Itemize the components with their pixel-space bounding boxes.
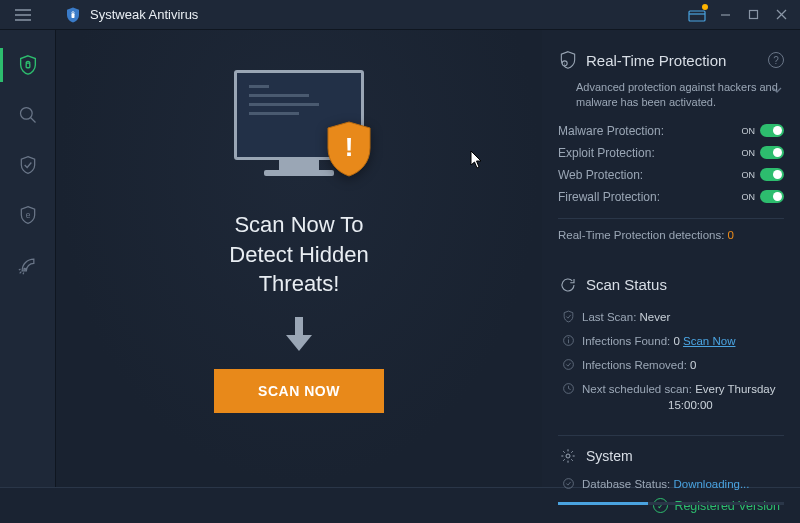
firewall-toggle[interactable] xyxy=(760,190,784,203)
close-button[interactable] xyxy=(770,4,792,26)
svg-point-23 xyxy=(564,360,574,370)
svg-point-26 xyxy=(564,479,574,489)
check-circle-icon xyxy=(562,477,575,490)
real-time-protection-section: i Real-Time Protection ? Advanced protec… xyxy=(558,50,784,241)
shield-info-icon: i xyxy=(558,50,578,70)
rtp-detections: Real-Time Protection detections: 0 xyxy=(558,229,784,241)
scan-illustration: ! xyxy=(229,70,369,190)
svg-text:!: ! xyxy=(345,132,354,162)
sidebar-item-protection[interactable] xyxy=(0,140,56,190)
svg-text:e: e xyxy=(26,210,31,220)
sidebar-item-optimize[interactable] xyxy=(0,240,56,290)
system-title: System xyxy=(586,448,784,464)
registered-version-badge: ✓ Registered Version xyxy=(653,498,780,513)
toggle-row-exploit: Exploit Protection: ON xyxy=(558,142,784,164)
app-logo-icon xyxy=(64,6,82,24)
svg-line-13 xyxy=(31,118,36,123)
svg-point-12 xyxy=(21,108,33,120)
shield-warning-icon: ! xyxy=(324,120,374,178)
download-progress xyxy=(558,502,784,505)
sidebar: e xyxy=(0,30,56,487)
main-content: ! Scan Now To Detect Hidden Threats! SCA… xyxy=(56,30,542,487)
scan-now-link[interactable]: Scan Now xyxy=(683,335,735,347)
right-panel: i Real-Time Protection ? Advanced protec… xyxy=(542,30,800,487)
notification-icon[interactable] xyxy=(686,4,708,26)
svg-point-22 xyxy=(568,337,569,338)
scheduled-time: 15:00:00 xyxy=(558,399,784,411)
minimize-button[interactable] xyxy=(714,4,736,26)
shield-check-icon xyxy=(562,310,575,323)
sidebar-item-scan[interactable] xyxy=(0,90,56,140)
gear-icon xyxy=(558,446,578,466)
svg-point-15 xyxy=(24,268,26,270)
svg-rect-8 xyxy=(749,11,757,19)
clock-icon xyxy=(562,382,575,395)
toggle-row-firewall: Firewall Protection: ON xyxy=(558,186,784,208)
sidebar-item-home[interactable] xyxy=(0,40,56,90)
toggle-row-web: Web Protection: ON xyxy=(558,164,784,186)
svg-rect-17 xyxy=(295,317,303,337)
info-circle-icon xyxy=(562,334,575,347)
rtp-title: Real-Time Protection xyxy=(586,52,760,69)
down-arrow-icon xyxy=(284,317,314,355)
maximize-button[interactable] xyxy=(742,4,764,26)
titlebar: Systweak Antivirus xyxy=(0,0,800,30)
malware-toggle[interactable] xyxy=(760,124,784,137)
exploit-toggle[interactable] xyxy=(760,146,784,159)
scan-heading: Scan Now To Detect Hidden Threats! xyxy=(229,210,368,299)
svg-text:i: i xyxy=(564,61,565,66)
scan-now-button[interactable]: SCAN NOW xyxy=(214,369,384,413)
sidebar-item-quarantine[interactable]: e xyxy=(0,190,56,240)
system-section: System Database Status: Downloading... xyxy=(558,425,784,507)
svg-point-25 xyxy=(566,454,570,458)
web-toggle[interactable] xyxy=(760,168,784,181)
db-status-value: Downloading... xyxy=(673,478,749,490)
scan-status-title: Scan Status xyxy=(586,276,784,293)
check-circle-icon: ✓ xyxy=(653,498,668,513)
check-circle-icon xyxy=(562,358,575,371)
svg-rect-5 xyxy=(689,11,705,21)
rtp-note: Advanced protection against hackers and … xyxy=(558,80,784,110)
svg-rect-11 xyxy=(26,63,30,68)
toggle-row-malware: Malware Protection: ON xyxy=(558,120,784,142)
help-icon[interactable]: ? xyxy=(768,52,784,68)
scan-status-section: Scan Status Last Scan: Never Infections … xyxy=(558,275,784,411)
chevron-down-icon[interactable] xyxy=(772,82,782,97)
refresh-icon xyxy=(558,275,578,295)
app-title: Systweak Antivirus xyxy=(90,7,198,22)
hamburger-menu-button[interactable] xyxy=(8,0,38,30)
